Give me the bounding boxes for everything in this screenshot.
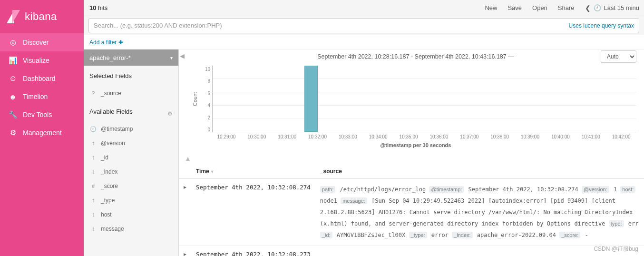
doc-table: Time▼ _source ▸September 4th 2022, 10:32…: [179, 164, 644, 256]
field-key: @timestamp:: [429, 186, 464, 193]
sidebar-item-timelion[interactable]: ☻Timelion: [0, 88, 84, 106]
collapse-sidebar-button[interactable]: ◀: [179, 49, 187, 153]
field-type-icon: t: [89, 226, 97, 232]
index-pattern-select[interactable]: apache_error-* ▾: [84, 49, 178, 66]
field-@timestamp[interactable]: 🕘@timestamp: [84, 122, 178, 136]
sort-caret-icon: ▼: [210, 169, 215, 174]
field-type-icon: t: [89, 140, 97, 146]
row-time: September 4th 2022, 10:32:08.273: [191, 246, 315, 256]
field-key: _id:: [320, 232, 332, 238]
row-source: path: /etc/httpd/logs/error_log @timesta…: [315, 179, 644, 246]
gear-icon[interactable]: ⚙: [167, 110, 173, 117]
sidebar-item-management[interactable]: ⚙Management: [0, 124, 84, 142]
histogram-header: September 4th 2022, 10:28:16.187 - Septe…: [187, 49, 644, 64]
logo[interactable]: kibana: [0, 0, 84, 33]
field-key: path:: [320, 186, 335, 193]
dashboard-icon: ⊙: [8, 74, 18, 83]
expand-row-button[interactable]: ▸: [179, 246, 191, 256]
open-button[interactable]: Open: [532, 4, 547, 11]
sidebar-item-discover[interactable]: ◎Discover: [0, 33, 84, 51]
field-key: _type:: [409, 232, 427, 238]
time-range-text: September 4th 2022, 10:28:16.187 - Septe…: [317, 53, 514, 60]
share-button[interactable]: Share: [558, 4, 575, 11]
col-time[interactable]: Time▼: [191, 164, 315, 179]
caret-down-icon: ▾: [170, 55, 173, 60]
field-type-icon: t: [89, 197, 97, 203]
timelion-icon: ☻: [8, 93, 18, 101]
sidebar-item-devtools[interactable]: 🔧Dev Tools: [0, 106, 84, 124]
field-_source[interactable]: ?_source: [84, 86, 178, 100]
field-_type[interactable]: t_type: [84, 193, 178, 207]
hit-count: 10 hits: [89, 4, 107, 11]
field-type-icon: ?: [89, 90, 97, 96]
chart-plot[interactable]: [212, 66, 636, 132]
brand-name: kibana: [25, 10, 57, 23]
nav: ◎Discover📊Visualize⊙Dashboard☻Timelion🔧D…: [0, 33, 84, 142]
field-_index[interactable]: t_index: [84, 165, 178, 179]
field-key: _score:: [559, 232, 580, 238]
field-message[interactable]: tmessage: [84, 222, 178, 236]
management-icon: ⚙: [8, 128, 18, 137]
time-range-label: Last 15 minu: [604, 4, 639, 11]
sidebar-item-dashboard[interactable]: ⊙Dashboard: [0, 69, 84, 88]
field-type-icon: #: [89, 183, 97, 189]
field-_score[interactable]: #_score: [84, 179, 178, 193]
available-fields-title: Available Fields: [89, 108, 133, 115]
field-key: _index:: [452, 232, 472, 238]
expand-row-button[interactable]: ▸: [179, 179, 191, 246]
field-type-icon: 🕘: [89, 126, 97, 132]
scroll-top-button[interactable]: ▲: [179, 153, 644, 164]
field-@version[interactable]: t@version: [84, 136, 178, 150]
new-button[interactable]: New: [485, 4, 497, 11]
field-key: message:: [341, 197, 367, 204]
histogram-bar[interactable]: [304, 66, 318, 132]
x-axis: 10:29:0010:30:0010:31:0010:32:0010:33:00…: [187, 132, 644, 139]
discover-icon: ◎: [8, 38, 18, 47]
results: ◀ September 4th 2022, 10:28:16.187 - Sep…: [179, 49, 644, 256]
field-type-icon: t: [89, 155, 97, 160]
fields-panel: apache_error-* ▾ Selected Fields ?_sourc…: [84, 49, 179, 256]
table-row: ▸September 4th 2022, 10:32:08.274path: /…: [179, 179, 644, 246]
table-row: ▸September 4th 2022, 10:32:08.273: [179, 246, 644, 256]
search-bar: Search... (e.g. status:200 AND extension…: [84, 16, 644, 35]
search-input[interactable]: Search... (e.g. status:200 AND extension…: [88, 18, 639, 33]
chevron-left-icon: ❮: [585, 4, 591, 12]
interval-select[interactable]: Auto: [601, 50, 636, 63]
index-pattern-label: apache_error-*: [89, 54, 131, 61]
kibana-logo-icon: [7, 10, 20, 23]
save-button[interactable]: Save: [507, 4, 522, 11]
field-key: @version:: [582, 186, 609, 193]
devtools-icon: 🔧: [8, 110, 18, 119]
search-placeholder: Search... (e.g. status:200 AND extension…: [94, 22, 222, 29]
selected-fields-title: Selected Fields: [89, 72, 173, 79]
sidebar-item-visualize[interactable]: 📊Visualize: [0, 51, 84, 69]
histogram-chart: Count 1086420: [187, 64, 644, 132]
y-axis-label: Count: [191, 66, 199, 132]
visualize-icon: 📊: [8, 56, 18, 65]
topbar: 10 hits New Save Open Share ❮ 🕘 Last 15 …: [84, 0, 644, 16]
x-axis-label: @timestamp per 30 seconds: [187, 139, 644, 153]
plus-icon: ✚: [118, 39, 123, 46]
col-source[interactable]: _source: [315, 164, 644, 179]
row-time: September 4th 2022, 10:32:08.274: [191, 179, 315, 246]
sidebar: kibana ◎Discover📊Visualize⊙Dashboard☻Tim…: [0, 0, 84, 256]
filter-bar: Add a filter ✚: [84, 35, 644, 49]
field-type-icon: t: [89, 169, 97, 175]
field-key: host:: [620, 186, 635, 193]
field-type-icon: t: [89, 212, 97, 217]
lucene-link[interactable]: Uses lucene query syntax: [569, 22, 634, 29]
field-_id[interactable]: t_id: [84, 150, 178, 165]
y-axis: 1086420: [199, 66, 212, 132]
clock-icon: 🕘: [594, 4, 601, 11]
field-host[interactable]: thost: [84, 207, 178, 222]
add-filter-button[interactable]: Add a filter ✚: [89, 39, 123, 46]
top-actions: New Save Open Share ❮ 🕘 Last 15 minu: [485, 4, 639, 12]
field-key: type:: [609, 220, 624, 227]
watermark: CSDN @征服bug: [594, 245, 638, 253]
time-range-picker[interactable]: ❮ 🕘 Last 15 minu: [585, 4, 639, 12]
